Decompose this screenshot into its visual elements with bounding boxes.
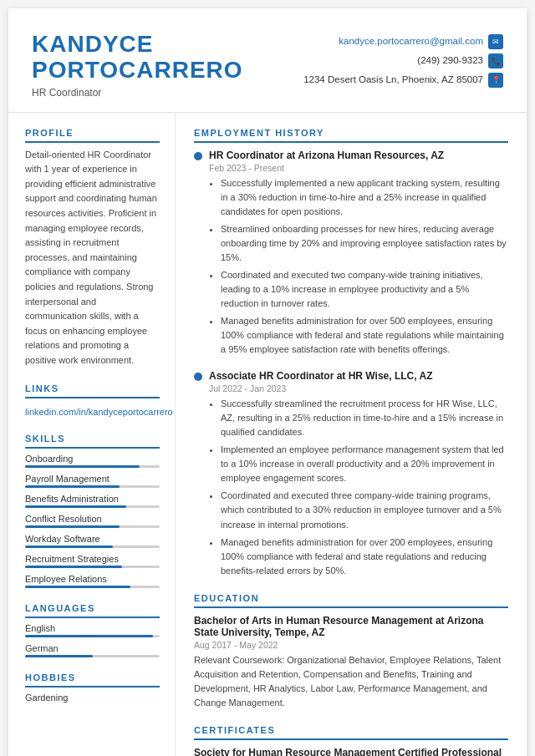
links-section: LINKS linkedin.com/in/kandyceportocarrer… [25, 383, 160, 419]
linkedin-link[interactable]: linkedin.com/in/kandyceportocarrero [25, 407, 173, 417]
skill-item: Benefits Administration [25, 494, 160, 508]
language-item: English [25, 623, 160, 637]
skill-bar-fill [25, 485, 120, 488]
employment-section-title: EMPLOYMENT HISTORY [194, 128, 508, 143]
language-label: English [25, 623, 160, 633]
job-dot [194, 152, 202, 160]
languages-list: English German [25, 623, 160, 657]
header-right: kandyce.portocarrero@gmail.com ✉ (249) 2… [303, 32, 503, 89]
job-bullet: Streamlined onboarding processes for new… [221, 222, 508, 265]
skill-bar-fill [25, 465, 140, 468]
header-left: KANDYCE PORTOCARRERO HR Coordinator [32, 32, 243, 99]
certificates-list: Society for Human Resource Management Ce… [194, 747, 508, 756]
skill-bar-fill [25, 505, 126, 508]
phone-row: (249) 290-9323 📞 [303, 51, 503, 70]
skill-item: Recruitment Strategies [25, 554, 160, 568]
links-section-title: LINKS [25, 383, 160, 398]
skills-section-title: SKILLS [25, 434, 160, 449]
right-column: EMPLOYMENT HISTORY HR Coordinator at Ari… [176, 113, 527, 756]
skill-bar-bg [25, 566, 160, 568]
location-icon: 📍 [488, 73, 503, 88]
skill-item: Payroll Management [25, 474, 160, 488]
skill-label: Employee Relations [25, 574, 160, 584]
skill-bar-bg [25, 545, 160, 548]
skill-label: Workday Software [25, 534, 160, 544]
job-title: HR Coordinator [32, 87, 243, 99]
skills-section: SKILLS Onboarding Payroll Management Ben… [25, 434, 160, 588]
job-header: HR Coordinator at Arizona Human Resource… [194, 150, 508, 161]
resume-container: KANDYCE PORTOCARRERO HR Coordinator kand… [8, 8, 527, 756]
name-last: PORTOCARRERO [32, 58, 243, 84]
skill-label: Conflict Resolution [25, 514, 160, 524]
skill-bar-bg [25, 525, 160, 528]
job-dot [194, 373, 202, 381]
job-title: Associate HR Coordinator at HR Wise, LLC… [209, 370, 432, 382]
skills-list: Onboarding Payroll Management Benefits A… [25, 454, 160, 588]
hobbies-list: Gardening [25, 693, 160, 703]
skill-item: Workday Software [25, 534, 160, 548]
skill-item: Onboarding [25, 454, 160, 468]
profile-text: Detail-oriented HR Coordinator with 1 ye… [25, 148, 160, 368]
skill-bar-bg [25, 505, 160, 508]
job-bullet: Coordinated and executed two company-wid… [221, 268, 508, 311]
languages-section: LANGUAGES English German [25, 603, 160, 657]
job-bullet: Coordinated and executed three company-w… [221, 489, 508, 531]
skill-bar-bg [25, 586, 160, 588]
language-bar-fill [25, 635, 153, 637]
language-bar-fill [25, 655, 93, 657]
skill-label: Onboarding [25, 454, 160, 464]
job-bullets: Successfully implemented a new applicant… [209, 176, 508, 358]
certificates-section-title: CERTIFICATES [194, 725, 508, 740]
phone-text: (249) 290-9323 [417, 51, 483, 70]
language-bar-bg [25, 635, 160, 637]
skill-bar-bg [25, 465, 160, 468]
skill-item: Conflict Resolution [25, 514, 160, 528]
job-item: HR Coordinator at Arizona Human Resource… [194, 150, 508, 358]
hobbies-section: HOBBIES Gardening [25, 672, 160, 703]
skill-label: Payroll Management [25, 474, 160, 484]
job-bullet: Managed benefits administration for over… [221, 314, 508, 357]
job-item: Associate HR Coordinator at HR Wise, LLC… [194, 370, 508, 578]
job-bullet: Successfully implemented a new applicant… [221, 176, 508, 219]
skill-label: Benefits Administration [25, 494, 160, 504]
skill-bar-fill [25, 566, 122, 568]
profile-section: PROFILE Detail-oriented HR Coordinator w… [25, 128, 160, 368]
education-section-title: EDUCATION [194, 593, 508, 608]
hobbies-section-title: HOBBIES [25, 672, 160, 688]
skill-bar-bg [25, 485, 160, 488]
certificate-item: Society for Human Resource Management Ce… [194, 747, 508, 756]
edu-text: Relevant Coursework: Organizational Beha… [194, 653, 508, 710]
body: PROFILE Detail-oriented HR Coordinator w… [8, 113, 527, 756]
hobby-item: Gardening [25, 693, 160, 703]
name-first: KANDYCE [32, 32, 243, 58]
job-bullet: Successfully streamlined the recruitment… [221, 397, 508, 439]
skill-bar-fill [25, 545, 113, 548]
cert-title: Society for Human Resource Management Ce… [194, 747, 508, 756]
skill-item: Employee Relations [25, 574, 160, 588]
links-list: linkedin.com/in/kandyceportocarrero [25, 403, 160, 419]
job-header: Associate HR Coordinator at HR Wise, LLC… [194, 370, 508, 382]
employment-section: EMPLOYMENT HISTORY HR Coordinator at Ari… [194, 128, 508, 578]
job-bullet: Implemented an employee performance mana… [221, 443, 508, 485]
header: KANDYCE PORTOCARRERO HR Coordinator kand… [8, 8, 527, 113]
phone-icon: 📞 [488, 53, 503, 68]
job-bullet: Managed benefits administration for over… [221, 535, 508, 578]
edu-dates: Aug 2017 - May 2022 [194, 640, 508, 650]
language-label: German [25, 643, 160, 653]
certificates-section: CERTIFICATES Society for Human Resource … [194, 725, 508, 756]
jobs-list: HR Coordinator at Arizona Human Resource… [194, 150, 508, 578]
address-text: 1234 Desert Oasis Ln, Phoenix, AZ 85007 [303, 70, 483, 89]
job-bullets: Successfully streamlined the recruitment… [209, 397, 508, 578]
languages-section-title: LANGUAGES [25, 603, 160, 618]
email-link[interactable]: kandyce.portocarrero@gmail.com [339, 32, 483, 51]
edu-title: Bachelor of Arts in Human Resource Manag… [194, 615, 508, 638]
education-section: EDUCATION Bachelor of Arts in Human Reso… [194, 593, 508, 710]
skill-bar-fill [25, 586, 130, 588]
skill-bar-fill [25, 525, 120, 528]
profile-section-title: PROFILE [25, 128, 160, 143]
address-row: 1234 Desert Oasis Ln, Phoenix, AZ 85007 … [303, 70, 503, 89]
skill-label: Recruitment Strategies [25, 554, 160, 564]
left-column: PROFILE Detail-oriented HR Coordinator w… [8, 113, 176, 756]
education-item: Bachelor of Arts in Human Resource Manag… [194, 615, 508, 710]
job-dates: Jul 2022 - Jan 2023 [209, 383, 508, 393]
